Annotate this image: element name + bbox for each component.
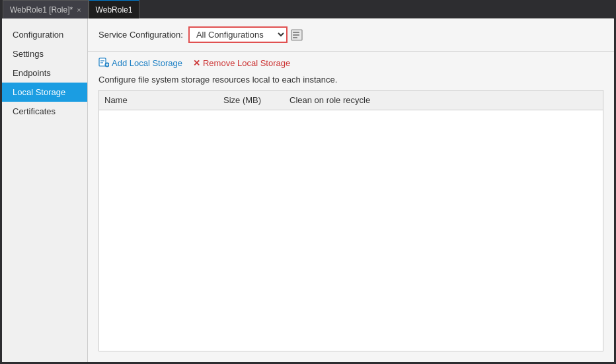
toolbar: Add Local Storage ✕ Remove Local Storage bbox=[88, 52, 614, 75]
service-config-select[interactable]: All Configurations Cloud Local bbox=[188, 26, 288, 43]
sidebar: Configuration Settings Endpoints Local S… bbox=[2, 18, 88, 362]
remove-local-storage-button[interactable]: ✕ Remove Local Storage bbox=[193, 58, 290, 68]
service-config-row: Service Configuration: All Configuration… bbox=[88, 18, 614, 52]
service-config-wrapper: All Configurations Cloud Local bbox=[188, 26, 303, 43]
sidebar-item-settings[interactable]: Settings bbox=[2, 44, 87, 63]
svg-rect-1 bbox=[293, 32, 299, 33]
local-storage-table: Name Size (MB) Clean on role recycle bbox=[98, 90, 603, 351]
tab-webrole1-role[interactable]: WebRole1 [Role]* × bbox=[3, 0, 89, 18]
svg-rect-3 bbox=[293, 37, 297, 38]
title-bar: WebRole1 [Role]* × WebRole1 bbox=[0, 0, 616, 18]
tab-close-icon[interactable]: × bbox=[77, 6, 81, 14]
col-header-size: Size (MB) bbox=[218, 93, 284, 107]
sidebar-item-certificates[interactable]: Certificates bbox=[2, 102, 87, 121]
main-area: Configuration Settings Endpoints Local S… bbox=[0, 18, 616, 364]
tab-label-active: WebRole1 bbox=[96, 5, 133, 15]
tab-webrole1[interactable]: WebRole1 bbox=[89, 0, 140, 18]
config-settings-icon[interactable] bbox=[290, 28, 303, 42]
add-icon bbox=[98, 57, 109, 69]
sidebar-item-configuration[interactable]: Configuration bbox=[2, 25, 87, 44]
remove-icon: ✕ bbox=[193, 58, 200, 68]
tab-bar-empty bbox=[139, 0, 613, 18]
sidebar-item-endpoints[interactable]: Endpoints bbox=[2, 63, 87, 83]
table-body bbox=[99, 110, 603, 295]
col-header-name: Name bbox=[99, 93, 218, 107]
add-local-storage-label: Add Local Storage bbox=[112, 58, 182, 68]
service-config-label: Service Configuration: bbox=[98, 30, 183, 40]
col-header-clean: Clean on role recycle bbox=[284, 93, 603, 107]
app-window: WebRole1 [Role]* × WebRole1 Configuratio… bbox=[0, 0, 616, 364]
svg-rect-4 bbox=[99, 58, 106, 66]
svg-rect-2 bbox=[293, 34, 299, 36]
tab-label: WebRole1 [Role]* bbox=[10, 5, 73, 15]
table-header: Name Size (MB) Clean on role recycle bbox=[99, 91, 603, 110]
description-text: Configure file system storage resources … bbox=[88, 75, 614, 90]
add-local-storage-button[interactable]: Add Local Storage bbox=[98, 57, 182, 69]
content-panel: Service Configuration: All Configuration… bbox=[88, 18, 614, 362]
sidebar-item-local-storage[interactable]: Local Storage bbox=[2, 83, 87, 102]
remove-local-storage-label: Remove Local Storage bbox=[203, 58, 290, 68]
